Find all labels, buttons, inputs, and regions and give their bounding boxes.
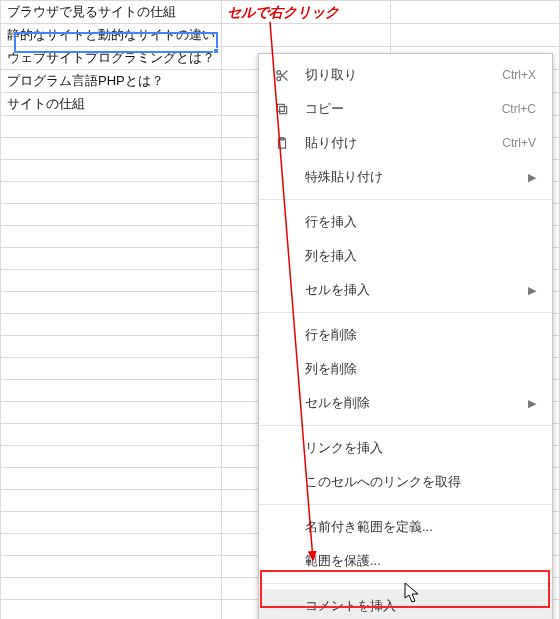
menu-insert-row[interactable]: 行を挿入 [259,205,552,239]
menu-shortcut: Ctrl+C [502,102,536,116]
cell[interactable] [221,24,390,47]
menu-delete-row[interactable]: 行を削除 [259,318,552,352]
menu-separator [259,199,552,200]
cell[interactable] [1,512,222,534]
menu-paste[interactable]: 貼り付け Ctrl+V [259,126,552,160]
table-row: 静的なサイトと動的なサイトの違い [1,24,560,47]
cell[interactable] [1,160,222,182]
context-menu: 切り取り Ctrl+X コピー Ctrl+C 貼り付け Ctrl+V 特殊貼り付… [258,53,553,619]
menu-insert-comment[interactable]: コメントを挿入 [259,589,552,619]
menu-label: 切り取り [305,66,502,84]
menu-delete-col[interactable]: 列を削除 [259,352,552,386]
cell[interactable] [390,24,559,47]
cell[interactable] [1,358,222,380]
cell[interactable] [1,138,222,160]
menu-insert-link[interactable]: リンクを挿入 [259,431,552,465]
menu-get-cell-link[interactable]: このセルへのリンクを取得 [259,465,552,499]
menu-separator [259,504,552,505]
copy-icon [271,100,293,118]
svg-rect-3 [280,107,287,114]
cell[interactable] [1,204,222,226]
paste-icon [271,134,293,152]
cell[interactable] [1,556,222,578]
menu-shortcut: Ctrl+V [502,136,536,150]
cell[interactable] [1,226,222,248]
cell[interactable] [1,424,222,446]
svg-rect-4 [277,104,284,111]
cell[interactable]: サイトの仕組 [1,93,222,116]
cell[interactable] [1,446,222,468]
submenu-arrow-icon: ▶ [528,284,536,297]
cell[interactable] [1,314,222,336]
cell[interactable]: ウェブサイトプログラミングとは？ [1,47,222,70]
cell[interactable] [1,336,222,358]
svg-point-1 [276,70,280,74]
cell[interactable] [1,534,222,556]
cell[interactable] [1,292,222,314]
menu-insert-cell[interactable]: セルを挿入 ▶ [259,273,552,307]
menu-define-named-range[interactable]: 名前付き範囲を定義... [259,510,552,544]
menu-label: 名前付き範囲を定義... [305,518,536,536]
menu-insert-col[interactable]: 列を挿入 [259,239,552,273]
menu-separator [259,583,552,584]
table-row: ブラウザで見るサイトの仕組 [1,1,560,24]
menu-label: このセルへのリンクを取得 [305,473,536,491]
menu-label: 行を挿入 [305,213,536,231]
menu-cut[interactable]: 切り取り Ctrl+X [259,58,552,92]
menu-label: 列を削除 [305,360,536,378]
menu-label: 行を削除 [305,326,536,344]
cell[interactable] [221,1,390,24]
menu-label: セルを挿入 [305,281,528,299]
menu-label: リンクを挿入 [305,439,536,457]
cell[interactable]: プログラム言語PHPとは？ [1,70,222,93]
cell[interactable] [1,402,222,424]
cell[interactable] [1,182,222,204]
cell[interactable] [1,270,222,292]
menu-delete-cell[interactable]: セルを削除 ▶ [259,386,552,420]
menu-label: セルを削除 [305,394,528,412]
cell[interactable] [1,248,222,270]
cell[interactable]: ブラウザで見るサイトの仕組 [1,1,222,24]
menu-label: 範囲を保護... [305,552,536,570]
menu-paste-special[interactable]: 特殊貼り付け ▶ [259,160,552,194]
menu-label: コメントを挿入 [305,597,536,615]
menu-separator [259,312,552,313]
menu-copy[interactable]: コピー Ctrl+C [259,92,552,126]
submenu-arrow-icon: ▶ [528,171,536,184]
cell[interactable] [1,468,222,490]
menu-protect-range[interactable]: 範囲を保護... [259,544,552,578]
svg-point-2 [276,76,280,80]
cell[interactable] [1,490,222,512]
menu-shortcut: Ctrl+X [502,68,536,82]
cut-icon [271,66,293,84]
cell[interactable] [390,1,559,24]
cell[interactable] [1,380,222,402]
submenu-arrow-icon: ▶ [528,397,536,410]
menu-label: コピー [305,100,502,118]
cell-selected[interactable]: 静的なサイトと動的なサイトの違い [1,24,222,47]
cell[interactable] [1,116,222,138]
menu-separator [259,425,552,426]
menu-label: 列を挿入 [305,247,536,265]
cell[interactable] [1,578,222,600]
cell[interactable] [1,600,222,620]
menu-label: 貼り付け [305,134,502,152]
menu-label: 特殊貼り付け [305,168,528,186]
